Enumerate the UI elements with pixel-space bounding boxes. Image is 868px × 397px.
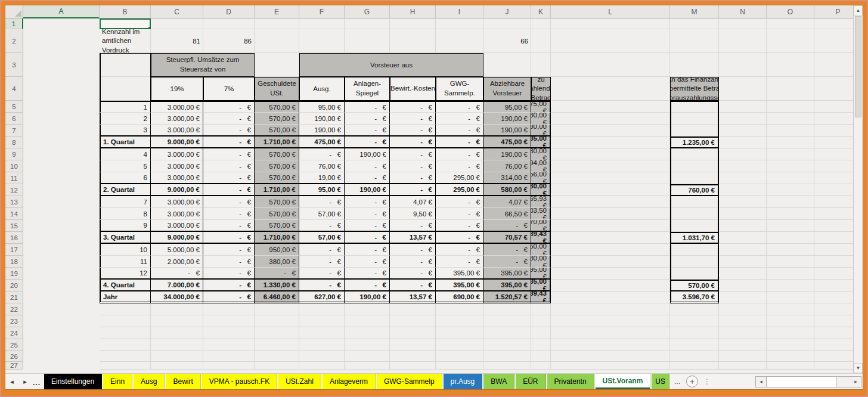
cell-N4[interactable] [767,77,814,101]
cell-J5[interactable]: 475,00 € [531,101,551,113]
row-header-27[interactable]: 27 [5,362,23,370]
cell-M21[interactable] [719,291,767,303]
cell-E1[interactable] [299,18,345,29]
header-rate-7[interactable]: 7% [203,77,255,101]
cell-H21[interactable]: 690,00 € [436,291,483,303]
cell-D18[interactable]: 380,00 € [255,256,299,268]
cell-J18[interactable]: 380,00 € [531,256,551,268]
cell-M15[interactable] [719,220,767,232]
cell-D13[interactable]: 570,00 € [255,196,299,208]
cell-B24[interactable] [151,327,203,339]
cell-G13[interactable]: 4,07 € [390,196,436,208]
column-header-O[interactable]: O [767,5,814,18]
cell-I1[interactable] [483,18,531,29]
cell-J26[interactable] [531,351,551,362]
header-bewirt-kosten[interactable]: Bewirt.-Kosten [390,77,436,101]
cell-B12[interactable]: 9.000,00 € [151,184,203,196]
cell-I21[interactable]: 1.520,57 € [483,291,531,303]
cell-I6[interactable]: 190,00 € [483,113,531,125]
cell-J16[interactable]: 1.639,43 € [531,232,551,244]
cell-I26[interactable] [483,351,531,362]
header-anlagen-spiegel[interactable]: Anlagen-Spiegel [345,77,390,101]
cell-K14[interactable] [551,208,670,220]
column-header-D[interactable]: D [203,5,255,18]
cell-D5[interactable]: 570,00 € [255,101,299,113]
cell-F6[interactable]: - € [345,113,390,125]
cell-F13[interactable]: - € [345,196,390,208]
cell-O10[interactable] [814,160,853,172]
row-header-10[interactable]: 10 [5,160,23,172]
cell-D24[interactable] [255,327,299,339]
cell-N18[interactable] [767,256,814,268]
cell-D26[interactable] [255,351,299,362]
cell-I27[interactable] [483,362,531,370]
column-header-K[interactable]: K [531,5,551,18]
cell-A16[interactable]: 3. Quartal [100,232,151,244]
cell-A21[interactable]: Jahr [100,291,151,303]
row-header-14[interactable]: 14 [5,208,23,220]
cell-K1[interactable] [551,18,670,29]
cell-J9[interactable]: 380,00 € [531,148,551,160]
sheet-tab-vpma-pausch-fk[interactable]: VPMA - pausch.FK [202,374,277,389]
cell-E24[interactable] [299,327,345,339]
row-header-16[interactable]: 16 [5,232,23,244]
cell-D16[interactable]: 1.710,00 € [255,232,299,244]
row-header-6[interactable]: 6 [5,113,23,125]
cell-E15[interactable]: - € [299,220,345,232]
cell-K5[interactable] [551,101,670,113]
row-header-3[interactable]: 3 [5,53,23,77]
cell-B19[interactable]: - € [151,268,203,280]
scroll-left-icon[interactable]: ◂ [756,377,766,387]
cell-K4[interactable] [551,77,670,101]
cell-O16[interactable] [814,232,853,244]
cell-M6[interactable] [719,113,767,125]
cell-E7[interactable]: 190,00 € [299,125,345,137]
cell-J2[interactable] [531,29,551,53]
column-header-H[interactable]: H [390,5,436,18]
cell-O25[interactable] [814,339,853,351]
cell-B8[interactable]: 9.000,00 € [151,137,203,148]
column-header-C[interactable]: C [151,5,203,18]
column-header-I[interactable]: I [436,5,483,18]
cell-F18[interactable]: - € [345,256,390,268]
cell-I20[interactable]: 395,00 € [483,280,531,291]
cell-M16[interactable] [719,232,767,244]
cell-C13[interactable]: - € [203,196,255,208]
cell-O15[interactable] [814,220,853,232]
cell-G21[interactable]: 13,57 € [390,291,436,303]
cell-K2[interactable] [551,29,670,53]
cell-M26[interactable] [719,351,767,362]
cell-B25[interactable] [151,339,203,351]
cell-M10[interactable] [719,160,767,172]
cell-F25[interactable] [345,339,390,351]
cell-F26[interactable] [345,351,390,362]
cell-G12[interactable]: - € [390,184,436,196]
cell-J12[interactable]: 1.130,00 € [531,184,551,196]
cell-C15[interactable]: - € [203,220,255,232]
cell-L24[interactable] [670,327,719,339]
cell-G14[interactable]: 9,50 € [390,208,436,220]
cell-K8[interactable] [551,137,670,148]
cell-E18[interactable]: - € [299,256,345,268]
cell-O3[interactable] [814,53,853,77]
cell-F8[interactable]: - € [345,137,390,148]
cell-L8[interactable]: 1.235,00 € [670,137,719,148]
cell-D21[interactable]: 6.460,00 € [255,291,299,303]
sheet-tab-gwg-sammelp[interactable]: GWG-Sammelp [377,374,442,389]
next-sheet-icon[interactable]: ▸ [18,374,32,389]
cell-B6[interactable]: 3.000,00 € [151,113,203,125]
cell-N10[interactable] [767,160,814,172]
row-header-13[interactable]: 13 [5,196,23,208]
cell-M20[interactable] [719,280,767,291]
cell-O1[interactable] [814,18,853,29]
cell-C27[interactable] [203,362,255,370]
cell-C22[interactable] [203,303,255,315]
cell-A17[interactable]: 10 [100,244,151,256]
cell-A11[interactable]: 6 [100,172,151,184]
cell-N12[interactable] [767,184,814,196]
cell-N7[interactable] [767,125,814,137]
row-header-1[interactable]: 1 [5,18,23,29]
cell-O24[interactable] [814,327,853,339]
cell-I12[interactable]: 580,00 € [483,184,531,196]
cell-C9[interactable]: - € [203,148,255,160]
